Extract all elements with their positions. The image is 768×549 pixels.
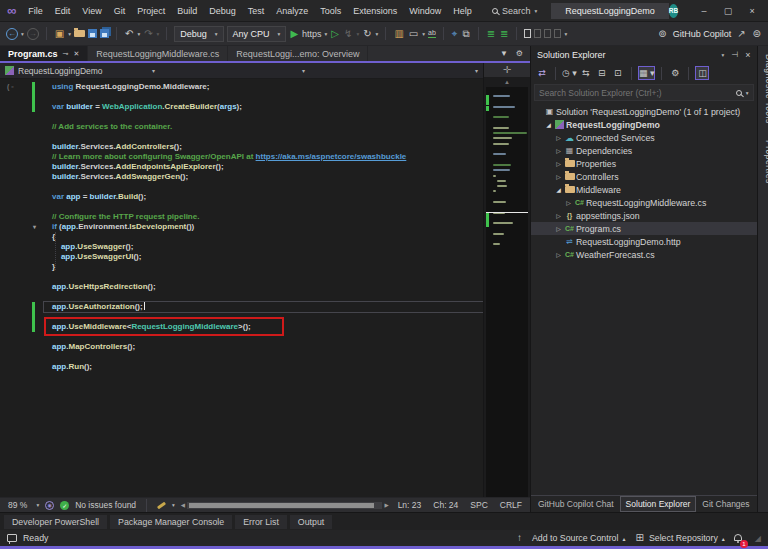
- code-line[interactable]: app.UseSwagger();: [0, 242, 483, 252]
- tree-item-dependencies[interactable]: ▷▦Dependencies: [531, 144, 757, 157]
- find-in-files-icon[interactable]: ▥: [393, 28, 404, 40]
- type-dropdown[interactable]: ▾: [160, 63, 310, 78]
- horizontal-scrollbar[interactable]: ◀ ▶: [181, 502, 389, 509]
- code-line[interactable]: app.UseSwaggerUI();: [0, 252, 483, 262]
- comment-out-icon[interactable]: ≣: [486, 28, 496, 40]
- collapsed-arrow-icon[interactable]: ▷: [564, 199, 573, 206]
- code-line[interactable]: builder.Services.AddEndpointsApiExplorer…: [0, 162, 483, 172]
- new-project-icon[interactable]: ▣: [54, 28, 65, 40]
- collapsed-arrow-icon[interactable]: ▷: [554, 173, 563, 180]
- spaces-indicator[interactable]: SPC: [467, 500, 490, 510]
- navigate-forward-icon[interactable]: →: [27, 28, 39, 40]
- window-position-icon[interactable]: ▾: [722, 52, 725, 58]
- code-line[interactable]: var builder = WebApplication.CreateBuild…: [0, 102, 483, 112]
- start-without-debugging-icon[interactable]: ▷: [330, 28, 340, 40]
- menu-analyze[interactable]: Analyze: [270, 3, 314, 19]
- tree-item-connected-services[interactable]: ▷☁Connected Services: [531, 131, 757, 144]
- run-profile-label[interactable]: https: [302, 29, 322, 39]
- solution-configuration-dropdown[interactable]: Debug ▾: [174, 26, 223, 42]
- scrollbar-track[interactable]: [187, 502, 382, 509]
- expanded-arrow-icon[interactable]: ◢: [554, 186, 563, 193]
- collapsed-arrow-icon[interactable]: ▷: [554, 225, 563, 232]
- properties-icon[interactable]: ⚙: [668, 66, 682, 80]
- editor-split-handle[interactable]: ✛: [484, 63, 530, 77]
- tab-requestloggi-emo-overview[interactable]: RequestLoggi...emo: Overview: [228, 46, 368, 61]
- tree-item-controllers[interactable]: ▷Controllers: [531, 170, 757, 183]
- code-line[interactable]: ▾if (app.Environment.IsDevelopment()): [0, 222, 483, 232]
- code-line[interactable]: [0, 92, 483, 102]
- collapsed-arrow-icon[interactable]: ▷: [554, 251, 563, 258]
- code-line[interactable]: [0, 312, 483, 322]
- menu-test[interactable]: Test: [242, 3, 271, 19]
- maximize-button[interactable]: ▢: [716, 3, 740, 19]
- refresh-icon[interactable]: ⇆: [579, 66, 593, 80]
- line-ending-indicator[interactable]: CRLF: [497, 500, 525, 510]
- tree-item-appsettings-json[interactable]: ▷{}appsettings.json: [531, 209, 757, 222]
- code-line[interactable]: [0, 202, 483, 212]
- next-bookmark-icon[interactable]: [544, 29, 551, 38]
- start-debugging-icon[interactable]: ▶: [289, 28, 299, 40]
- preview-selected-items-icon[interactable]: ◫: [695, 66, 709, 80]
- spell-checker-icon[interactable]: ab: [428, 29, 436, 38]
- code-line[interactable]: app.UseAuthorization();: [0, 302, 483, 312]
- menu-extensions[interactable]: Extensions: [347, 3, 403, 19]
- chevron-down-icon[interactable]: ▾: [21, 31, 24, 37]
- code-line[interactable]: // Configure the HTTP request pipeline.: [0, 212, 483, 222]
- code-line[interactable]: app.Run();: [0, 362, 483, 372]
- code-cleanup-icon[interactable]: [157, 501, 166, 509]
- solution-platform-dropdown[interactable]: Any CPU ▾: [227, 26, 287, 42]
- member-dropdown[interactable]: ▾: [310, 63, 483, 78]
- tab-program-cs[interactable]: Program.cs⊸✕: [0, 46, 88, 61]
- undo-icon[interactable]: ↶: [124, 28, 134, 40]
- user-avatar[interactable]: RB: [669, 4, 678, 18]
- go-to-definition-icon[interactable]: ⌖: [451, 28, 459, 40]
- collapsed-arrow-icon[interactable]: ▷: [554, 147, 563, 154]
- code-line[interactable]: [0, 132, 483, 142]
- zoom-level-dropdown[interactable]: 89 %: [5, 500, 30, 510]
- tree-item-requestloggingmiddleware-cs[interactable]: ▷C#RequestLoggingMiddleware.cs: [531, 196, 757, 209]
- code-line[interactable]: app.UseMiddleware<RequestLoggingMiddlewa…: [0, 322, 483, 332]
- code-line[interactable]: // Add services to the container.: [0, 122, 483, 132]
- tree-item-middleware[interactable]: ◢Middleware: [531, 183, 757, 196]
- tree-item-weatherforecast-cs[interactable]: ▷C#WeatherForecast.cs: [531, 248, 757, 261]
- code-line[interactable]: [0, 332, 483, 342]
- restart-icon[interactable]: ↻: [362, 28, 372, 40]
- code-line[interactable]: [0, 182, 483, 192]
- scroll-left-icon[interactable]: ◀: [181, 502, 185, 508]
- live-preview-icon[interactable]: ▭: [408, 28, 419, 40]
- code-line[interactable]: (▫using RequestLoggingDemo.Middleware;: [0, 82, 483, 92]
- notifications-button[interactable]: 1: [734, 533, 742, 543]
- code-line[interactable]: var app = builder.Build();: [0, 192, 483, 202]
- panel-tab-github-copilot-chat[interactable]: GitHub Copilot Chat: [533, 497, 619, 511]
- code-editor[interactable]: (▫using RequestLoggingDemo.Middleware;va…: [0, 79, 483, 497]
- project-dropdown[interactable]: RequestLoggingDemo ▾: [0, 63, 160, 78]
- panel-tab-solution-explorer[interactable]: Solution Explorer: [620, 496, 697, 512]
- copilot-menu-icon[interactable]: ⊜: [752, 28, 762, 40]
- chevron-down-icon[interactable]: ▾: [376, 31, 379, 37]
- pin-icon[interactable]: ⊸: [63, 50, 69, 58]
- scrollbar-thumb[interactable]: [189, 503, 374, 508]
- collapsed-arrow-icon[interactable]: ▷: [554, 212, 563, 219]
- bottom-tab-package-manager-console[interactable]: Package Manager Console: [110, 515, 232, 529]
- tree-item-solution-requestloggingdemo-1-of-1-project-[interactable]: ▣Solution 'RequestLoggingDemo' (1 of 1 p…: [531, 105, 757, 118]
- code-line[interactable]: app.MapControllers();: [0, 342, 483, 352]
- menu-tools[interactable]: Tools: [314, 3, 347, 19]
- bottom-tab-output[interactable]: Output: [290, 515, 332, 529]
- menu-edit[interactable]: Edit: [49, 3, 77, 19]
- add-to-source-control-button[interactable]: Add to Source Control ▴: [532, 533, 626, 543]
- tab-settings-gear-icon[interactable]: ⚙: [516, 49, 523, 58]
- collapsed-arrow-icon[interactable]: ▷: [554, 160, 563, 167]
- code-line[interactable]: [0, 352, 483, 362]
- chevron-down-icon[interactable]: ▾: [325, 31, 328, 37]
- menu-debug[interactable]: Debug: [203, 3, 242, 19]
- menu-build[interactable]: Build: [171, 3, 203, 19]
- select-repository-button[interactable]: ⊞ Select Repository ▴: [634, 532, 724, 544]
- code-line[interactable]: builder.Services.AddSwaggerGen();: [0, 172, 483, 182]
- line-indicator[interactable]: Ln: 23: [395, 500, 425, 510]
- send-feedback-icon[interactable]: ↗: [736, 28, 746, 40]
- menu-git[interactable]: Git: [108, 3, 132, 19]
- chevron-down-icon[interactable]: ▾: [172, 502, 175, 508]
- save-icon[interactable]: [88, 29, 97, 38]
- open-file-icon[interactable]: [74, 30, 85, 37]
- chevron-down-icon[interactable]: ▾: [68, 31, 71, 37]
